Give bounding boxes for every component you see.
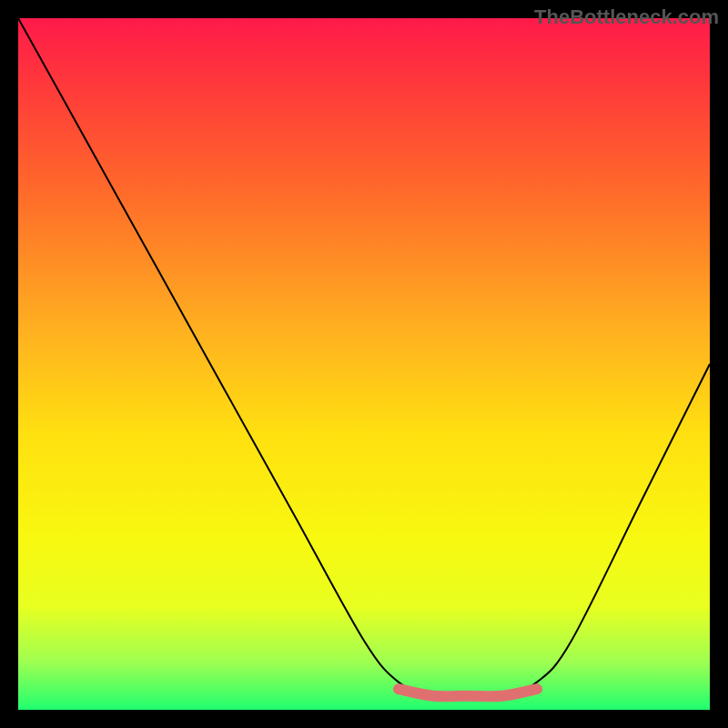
bottom-marker [399, 689, 537, 696]
chart-svg [18, 18, 710, 710]
main-curve [18, 18, 710, 697]
chart-plot-area [18, 18, 710, 710]
watermark-text: TheBottleneck.com [534, 5, 719, 29]
